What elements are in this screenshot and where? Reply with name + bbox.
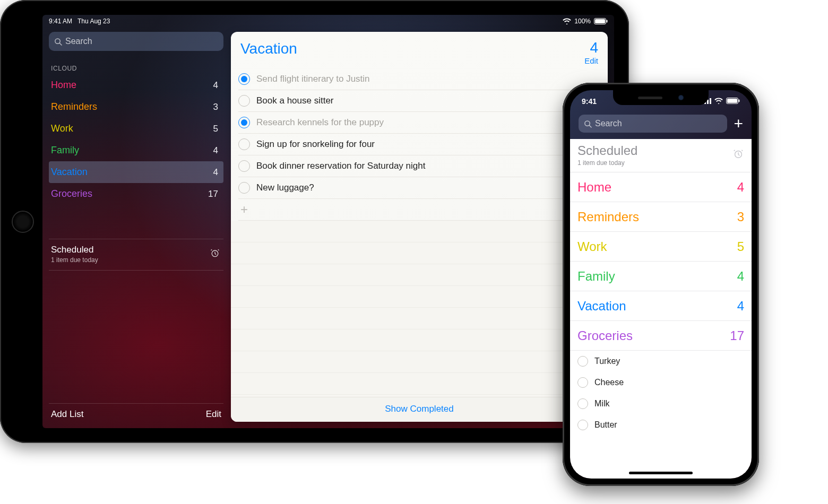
iphone-list-reminders[interactable]: Reminders3	[570, 202, 752, 232]
empty-ruled-area[interactable]	[231, 221, 608, 397]
iphone-scheduled[interactable]: Scheduled 1 item due today	[570, 139, 752, 172]
list-name: Vacation	[577, 299, 626, 314]
list-name: Reminders	[577, 210, 639, 224]
list-count: 4	[737, 180, 744, 195]
list-name: Vacation	[51, 167, 88, 178]
list-count: 4	[737, 299, 744, 314]
sidebar-list-work[interactable]: Work5	[49, 118, 223, 140]
svg-rect-1	[595, 19, 605, 23]
task-radio[interactable]	[577, 398, 588, 409]
list-count: 4	[213, 167, 218, 178]
task-radio[interactable]	[238, 95, 250, 107]
battery-percent: 100%	[574, 18, 591, 25]
sidebar-list-vacation[interactable]: Vacation4	[49, 161, 223, 183]
detail-edit-button[interactable]: Edit	[584, 56, 598, 65]
list-name: Reminders	[51, 101, 97, 112]
task-radio[interactable]	[238, 117, 250, 128]
task-label: New luggage?	[256, 183, 314, 193]
list-count: 17	[730, 328, 744, 343]
task-label: Sign up for snorkeling for four	[256, 139, 375, 150]
grocery-item[interactable]: Butter	[570, 414, 752, 436]
status-date: Thu Aug 23	[77, 18, 110, 25]
iphone-list-work[interactable]: Work5	[570, 232, 752, 262]
list-name: Family	[577, 269, 615, 284]
iphone-list-family[interactable]: Family4	[570, 262, 752, 291]
svg-rect-9	[710, 98, 711, 104]
iphone-list-groceries[interactable]: Groceries17	[570, 321, 752, 351]
front-camera-icon	[678, 95, 684, 100]
task-label: Research kennels for the puppy	[256, 117, 384, 128]
list-count: 4	[737, 269, 744, 284]
list-name: Work	[51, 123, 73, 134]
show-completed-button[interactable]: Show Completed	[231, 397, 608, 422]
wifi-icon	[563, 18, 571, 24]
iphone-device: 9:41 + Schedu	[563, 83, 759, 486]
add-task-row[interactable]: +	[238, 199, 608, 221]
ipad-device: 9:41 AM Thu Aug 23 100% ICLOUD	[0, 0, 629, 443]
grocery-item[interactable]: Cheese	[570, 372, 752, 393]
search-icon	[54, 38, 62, 46]
task-label: Send flight itinerary to Justin	[256, 74, 370, 84]
status-time: 9:41 AM	[49, 18, 72, 25]
task-radio[interactable]	[238, 138, 250, 150]
sidebar-edit-button[interactable]: Edit	[206, 409, 221, 420]
ipad-scheduled[interactable]: Scheduled 1 item due today	[49, 239, 223, 271]
wifi-icon	[714, 97, 723, 106]
task-row[interactable]: New luggage?	[238, 177, 608, 199]
iphone-search-input[interactable]	[595, 119, 722, 128]
svg-rect-11	[727, 99, 737, 103]
task-label: Book a house sitter	[256, 95, 334, 106]
list-name: Family	[51, 145, 79, 156]
iphone-notch	[613, 90, 709, 105]
battery-icon	[726, 97, 740, 106]
sidebar-list-family[interactable]: Family4	[49, 140, 223, 161]
iphone-list-vacation[interactable]: Vacation4	[570, 291, 752, 321]
sidebar-list-reminders[interactable]: Reminders3	[49, 96, 223, 118]
task-row[interactable]: Book a house sitter	[238, 90, 608, 112]
iphone-search-field[interactable]	[579, 115, 727, 133]
grocery-item[interactable]: Turkey	[570, 351, 752, 372]
ipad-sidebar-footer: Add List Edit	[49, 403, 223, 422]
sidebar-section-header: ICLOUD	[49, 65, 223, 72]
task-radio[interactable]	[577, 377, 588, 388]
scheduled-title: Scheduled	[51, 245, 98, 255]
task-radio[interactable]	[577, 420, 588, 430]
list-count: 3	[213, 102, 218, 112]
speaker-icon	[638, 97, 662, 99]
task-radio[interactable]	[238, 160, 250, 172]
grocery-label: Cheese	[594, 378, 624, 387]
grocery-item[interactable]: Milk	[570, 393, 752, 414]
list-count: 17	[208, 189, 218, 199]
alarm-clock-icon	[210, 248, 220, 260]
task-row[interactable]: Send flight itinerary to Justin	[238, 68, 608, 90]
list-name: Work	[577, 239, 607, 254]
task-radio[interactable]	[238, 182, 250, 194]
iphone-add-button[interactable]: +	[734, 116, 743, 132]
task-row[interactable]: Sign up for snorkeling for four	[238, 134, 608, 155]
iphone-scheduled-subtitle: 1 item due today	[577, 159, 637, 167]
svg-line-4	[59, 43, 62, 45]
sidebar-list-home[interactable]: Home4	[49, 74, 223, 96]
iphone-scheduled-title: Scheduled	[577, 143, 637, 158]
ipad-sidebar: ICLOUD Home4Reminders3Work5Family4Vacati…	[49, 32, 223, 422]
iphone-content: Scheduled 1 item due today Home4Reminder…	[570, 139, 752, 479]
list-name: Groceries	[51, 188, 92, 199]
sidebar-list-groceries[interactable]: Groceries17	[49, 183, 223, 205]
task-row[interactable]: Book dinner reservation for Saturday nig…	[238, 155, 608, 177]
list-name: Groceries	[577, 328, 633, 343]
ipad-home-button[interactable]	[12, 211, 34, 233]
ipad-status-bar: 9:41 AM Thu Aug 23 100%	[42, 15, 614, 28]
ipad-search-input[interactable]	[65, 37, 218, 46]
task-row[interactable]: Research kennels for the puppy	[238, 112, 608, 134]
ipad-detail-card: Vacation 4 Edit Send flight itinerary to…	[231, 32, 608, 422]
home-indicator[interactable]	[629, 472, 693, 474]
task-radio[interactable]	[238, 73, 250, 85]
list-count: 4	[213, 80, 218, 91]
iphone-status-time: 9:41	[582, 97, 597, 106]
list-name: Home	[577, 180, 611, 195]
ipad-search-field[interactable]	[49, 32, 223, 51]
list-count: 4	[213, 145, 218, 156]
task-radio[interactable]	[577, 356, 588, 367]
iphone-list-home[interactable]: Home4	[570, 172, 752, 202]
add-list-button[interactable]: Add List	[51, 409, 83, 420]
